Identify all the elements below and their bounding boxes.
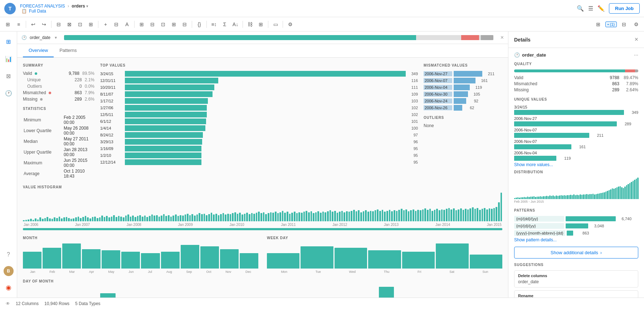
toolbar-table-icon[interactable]: ⊟ [111, 19, 121, 29]
stat-average: AverageOct 1 2010 18:43 [24, 169, 94, 179]
tab-patterns[interactable]: Patterns [54, 44, 82, 57]
sidebar-home-icon[interactable]: ⊞ [3, 36, 14, 47]
dist-bar-59 [609, 190, 610, 199]
hist-bar-item [153, 216, 155, 221]
hist-bar-item [244, 214, 246, 221]
tv-bar-1 [125, 78, 218, 83]
toolbar-col2-icon[interactable]: ⊠ [64, 19, 74, 29]
toolbar-square-icon[interactable]: ▭ [270, 19, 280, 29]
show-additional-details-button[interactable]: Show additional details › [514, 247, 638, 259]
mismatched-row: 2006-Nov-2662 [424, 105, 502, 111]
rp-unique-count-1: 289 [620, 122, 631, 126]
sidebar-help-icon[interactable]: ? [3, 249, 14, 260]
toolbar-a-icon[interactable]: A [122, 19, 132, 29]
toolbar-braces-icon[interactable]: {} [194, 19, 204, 29]
hist-bar-item [201, 214, 203, 221]
breadcrumb-link[interactable]: FORECAST ANALYSIS [20, 4, 65, 9]
toolbar-sigma-icon[interactable]: Σ [220, 19, 230, 29]
toolbar-cols-icon[interactable]: ⊟ [619, 19, 629, 29]
sidebar-clock-icon[interactable]: 🕐 [3, 87, 14, 99]
dist-bar-7 [525, 197, 526, 199]
orders-link[interactable]: orders [72, 4, 85, 9]
toolbar-undo-icon[interactable]: ↩ [28, 19, 38, 29]
top-value-row: 1/16/0995 [100, 146, 418, 151]
suggestion-rename: Rename [514, 290, 638, 298]
toolbar-add-icon[interactable]: + [101, 19, 111, 29]
edit-icon[interactable]: ✏️ [597, 5, 605, 12]
toolbar-unlink-icon[interactable]: ⊞ [256, 19, 266, 29]
right-panel-close-icon[interactable]: × [634, 36, 638, 43]
histogram-scrollbar[interactable] [23, 228, 502, 230]
hist-bar-item [277, 213, 279, 221]
hist-bar-item [413, 209, 414, 221]
quality-valid-count: 9788 [610, 75, 619, 80]
right-panel: Details × 🕐 order_date ⋯ Quality Valid [508, 32, 644, 298]
sidebar-user-icon[interactable]: B [4, 266, 14, 276]
dist-bar-68 [623, 188, 624, 199]
stat-valid-pct: 89.5% [82, 71, 94, 76]
search-icon[interactable]: 🔍 [577, 5, 584, 12]
dom-title: DAY OF MONTH [23, 279, 502, 283]
show-pattern-details-link[interactable]: Show pattern details... [514, 237, 638, 242]
toolbar-format1-icon[interactable]: ⊞ [137, 19, 147, 29]
toolbar-gear-icon[interactable]: ⚙ [285, 19, 295, 29]
toolbar-format3-icon[interactable]: ⊡ [158, 19, 168, 29]
dist-bar-10 [530, 197, 531, 199]
month-dec: Dec [245, 270, 251, 274]
dist-bar-70 [626, 185, 627, 199]
toolbar-view-icon[interactable]: ⊞ [593, 19, 603, 29]
col-header-close[interactable]: × [501, 34, 504, 41]
tv-bar-0 [125, 71, 406, 77]
toolbar-link-icon[interactable]: ⛓ [245, 19, 255, 29]
hist-bar-item [61, 218, 63, 221]
toolbar-redo-icon[interactable]: ↪ [39, 19, 49, 29]
quality-valid-pct: 89.47% [622, 75, 638, 80]
dom-section: DAY OF MONTH [23, 279, 502, 298]
toolbar: ⊞ ≡ ↩ ↪ ⊟ ⊠ ⊡ ⊞ + ⊟ A ⊞ ⊟ ⊡ ⊞ ⊟ {} ≡↕ Σ … [0, 17, 644, 32]
top-value-row: 1/2/1095 [100, 153, 418, 158]
field-name-row: 🕐 order_date [514, 52, 546, 58]
hist-bar-item [420, 210, 421, 221]
tab-overview[interactable]: Overview [23, 44, 54, 57]
sidebar-chart-icon[interactable]: 📊 [3, 53, 14, 64]
rp-unique-count-4: 119 [560, 156, 571, 160]
dist-bar-2 [517, 197, 518, 199]
toolbar-grid-icon[interactable]: ⊞ [3, 19, 13, 29]
rp-quality-title: Quality [514, 62, 638, 66]
hist-bar-item [246, 213, 248, 221]
dist-bar-39 [576, 195, 577, 199]
stat-unique: Unique 228 2.1% [23, 77, 94, 82]
sidebar-grid-icon[interactable]: ⊠ [3, 70, 14, 82]
hist-bar-item [146, 217, 148, 221]
rp-unique-row: 2006-Nov-04119 [514, 151, 638, 161]
toolbar-col4-icon[interactable]: ⊞ [86, 19, 96, 29]
dropdown-arrow[interactable]: ▾ [86, 4, 88, 8]
toolbar-col-icon[interactable]: ⊟ [54, 19, 64, 29]
statistics-title: STATISTICS [23, 107, 94, 111]
col-header-dropdown[interactable]: ▾ [55, 35, 57, 40]
toolbar-settings-icon[interactable]: ⚙ [631, 19, 641, 29]
toolbar-align-icon[interactable]: ≡↕ [209, 19, 219, 29]
toolbar-az-icon[interactable]: A↓ [230, 19, 240, 29]
dist-bar-21 [548, 196, 549, 199]
dist-bar-34 [569, 195, 570, 199]
run-job-button[interactable]: Run Job [609, 3, 640, 14]
show-more-values-link[interactable]: Show more values... [514, 162, 638, 167]
hist-bar-item [170, 217, 172, 221]
hist-bar-item [199, 213, 200, 221]
field-menu-icon[interactable]: ⋯ [634, 53, 638, 58]
toolbar-format4-icon[interactable]: ⊞ [169, 19, 179, 29]
mv-count-1: 161 [477, 78, 488, 83]
top-value-row: 12/12/1495 [100, 159, 418, 165]
full-data-link[interactable]: Full Data [29, 9, 46, 14]
dist-bar-53 [599, 193, 600, 199]
toolbar-format2-icon[interactable]: ⊟ [147, 19, 157, 29]
toolbar-list-icon[interactable]: ≡ [14, 19, 24, 29]
toolbar-format5-icon[interactable]: ⊟ [180, 19, 190, 29]
list-icon[interactable]: ☰ [588, 5, 593, 12]
mismatched-row: 2006-Nov-07161 [424, 78, 502, 83]
dist-bar-65 [618, 187, 619, 199]
toolbar-col3-icon[interactable]: ⊡ [75, 19, 85, 29]
rp-unique-bar-3 [514, 144, 571, 149]
nav-right: 🔍 ☰ ✏️ Run Job [577, 3, 640, 14]
